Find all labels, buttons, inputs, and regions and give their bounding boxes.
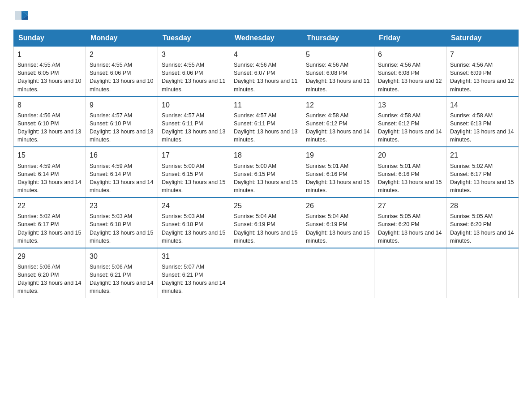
calendar-cell: 6Sunrise: 4:56 AMSunset: 6:08 PMDaylight… bbox=[374, 46, 446, 97]
calendar-week-row: 15Sunrise: 4:59 AMSunset: 6:14 PMDayligh… bbox=[14, 147, 519, 197]
day-info: Sunrise: 5:05 AMSunset: 6:20 PMDaylight:… bbox=[378, 212, 442, 245]
logo bbox=[13, 9, 30, 21]
calendar-cell: 12Sunrise: 4:58 AMSunset: 6:12 PMDayligh… bbox=[302, 97, 374, 147]
calendar-week-row: 1Sunrise: 4:55 AMSunset: 6:05 PMDaylight… bbox=[14, 46, 519, 97]
day-info: Sunrise: 4:58 AMSunset: 6:13 PMDaylight:… bbox=[450, 111, 515, 144]
calendar-cell bbox=[374, 248, 446, 298]
day-info: Sunrise: 4:56 AMSunset: 6:10 PMDaylight:… bbox=[17, 111, 82, 144]
day-number: 15 bbox=[17, 150, 82, 160]
day-number: 1 bbox=[17, 49, 82, 60]
column-header-thursday: Thursday bbox=[302, 30, 374, 46]
day-info: Sunrise: 5:04 AMSunset: 6:19 PMDaylight:… bbox=[306, 212, 370, 245]
logo-flag-icon bbox=[14, 9, 29, 21]
day-info: Sunrise: 5:00 AMSunset: 6:15 PMDaylight:… bbox=[162, 162, 226, 195]
calendar-cell: 3Sunrise: 4:55 AMSunset: 6:06 PMDaylight… bbox=[158, 46, 230, 97]
day-number: 19 bbox=[306, 150, 370, 160]
calendar-week-row: 22Sunrise: 5:02 AMSunset: 6:17 PMDayligh… bbox=[14, 197, 519, 248]
day-info: Sunrise: 5:06 AMSunset: 6:20 PMDaylight:… bbox=[17, 263, 82, 295]
calendar-cell: 8Sunrise: 4:56 AMSunset: 6:10 PMDaylight… bbox=[14, 97, 86, 147]
day-info: Sunrise: 4:58 AMSunset: 6:12 PMDaylight:… bbox=[306, 111, 370, 144]
day-number: 28 bbox=[450, 201, 515, 211]
calendar-cell: 18Sunrise: 5:00 AMSunset: 6:15 PMDayligh… bbox=[230, 147, 302, 197]
calendar-cell: 20Sunrise: 5:01 AMSunset: 6:16 PMDayligh… bbox=[374, 147, 446, 197]
day-number: 21 bbox=[450, 150, 515, 160]
day-info: Sunrise: 5:03 AMSunset: 6:18 PMDaylight:… bbox=[162, 212, 226, 245]
day-number: 18 bbox=[234, 150, 298, 160]
day-number: 2 bbox=[90, 49, 154, 60]
calendar-cell: 31Sunrise: 5:07 AMSunset: 6:21 PMDayligh… bbox=[158, 248, 230, 298]
day-info: Sunrise: 4:55 AMSunset: 6:06 PMDaylight:… bbox=[90, 61, 154, 94]
calendar-cell: 21Sunrise: 5:02 AMSunset: 6:17 PMDayligh… bbox=[446, 147, 519, 197]
page-header bbox=[13, 9, 519, 21]
day-info: Sunrise: 4:55 AMSunset: 6:05 PMDaylight:… bbox=[17, 61, 82, 94]
calendar-cell: 2Sunrise: 4:55 AMSunset: 6:06 PMDaylight… bbox=[86, 46, 158, 97]
calendar-cell: 26Sunrise: 5:04 AMSunset: 6:19 PMDayligh… bbox=[302, 197, 374, 248]
day-number: 25 bbox=[234, 201, 298, 211]
day-number: 20 bbox=[378, 150, 442, 160]
day-info: Sunrise: 4:56 AMSunset: 6:07 PMDaylight:… bbox=[234, 61, 298, 94]
day-number: 14 bbox=[450, 100, 515, 110]
calendar-cell: 14Sunrise: 4:58 AMSunset: 6:13 PMDayligh… bbox=[446, 97, 519, 147]
day-number: 5 bbox=[306, 49, 370, 60]
day-number: 3 bbox=[162, 49, 226, 60]
calendar-cell: 22Sunrise: 5:02 AMSunset: 6:17 PMDayligh… bbox=[14, 197, 86, 248]
day-info: Sunrise: 4:57 AMSunset: 6:11 PMDaylight:… bbox=[162, 111, 226, 144]
column-header-monday: Monday bbox=[86, 30, 158, 46]
day-info: Sunrise: 4:56 AMSunset: 6:09 PMDaylight:… bbox=[450, 61, 515, 94]
calendar-cell: 16Sunrise: 4:59 AMSunset: 6:14 PMDayligh… bbox=[86, 147, 158, 197]
column-header-friday: Friday bbox=[374, 30, 446, 46]
calendar-header-row: SundayMondayTuesdayWednesdayThursdayFrid… bbox=[14, 30, 519, 46]
calendar-cell: 28Sunrise: 5:05 AMSunset: 6:20 PMDayligh… bbox=[446, 197, 519, 248]
day-number: 23 bbox=[90, 201, 154, 211]
day-info: Sunrise: 5:01 AMSunset: 6:16 PMDaylight:… bbox=[378, 162, 442, 195]
calendar-cell: 15Sunrise: 4:59 AMSunset: 6:14 PMDayligh… bbox=[14, 147, 86, 197]
day-number: 10 bbox=[162, 100, 226, 110]
calendar-cell: 19Sunrise: 5:01 AMSunset: 6:16 PMDayligh… bbox=[302, 147, 374, 197]
svg-marker-2 bbox=[15, 11, 21, 20]
day-number: 12 bbox=[306, 100, 370, 110]
day-number: 24 bbox=[162, 201, 226, 211]
day-info: Sunrise: 4:55 AMSunset: 6:06 PMDaylight:… bbox=[162, 61, 226, 94]
day-number: 4 bbox=[234, 49, 298, 60]
day-info: Sunrise: 5:00 AMSunset: 6:15 PMDaylight:… bbox=[234, 162, 298, 195]
calendar-cell: 17Sunrise: 5:00 AMSunset: 6:15 PMDayligh… bbox=[158, 147, 230, 197]
day-number: 16 bbox=[90, 150, 154, 160]
day-number: 8 bbox=[17, 100, 82, 110]
day-info: Sunrise: 5:01 AMSunset: 6:16 PMDaylight:… bbox=[306, 162, 370, 195]
day-info: Sunrise: 5:06 AMSunset: 6:21 PMDaylight:… bbox=[90, 263, 154, 295]
calendar-cell bbox=[230, 248, 302, 298]
day-info: Sunrise: 4:58 AMSunset: 6:12 PMDaylight:… bbox=[378, 111, 442, 144]
calendar-cell: 5Sunrise: 4:56 AMSunset: 6:08 PMDaylight… bbox=[302, 46, 374, 97]
day-number: 30 bbox=[90, 251, 154, 261]
day-number: 7 bbox=[450, 49, 515, 60]
calendar-cell: 29Sunrise: 5:06 AMSunset: 6:20 PMDayligh… bbox=[14, 248, 86, 298]
calendar-table: SundayMondayTuesdayWednesdayThursdayFrid… bbox=[13, 30, 519, 298]
day-number: 22 bbox=[17, 201, 82, 211]
day-number: 17 bbox=[162, 150, 226, 160]
calendar-cell: 10Sunrise: 4:57 AMSunset: 6:11 PMDayligh… bbox=[158, 97, 230, 147]
day-info: Sunrise: 5:04 AMSunset: 6:19 PMDaylight:… bbox=[234, 212, 298, 245]
logo-area bbox=[13, 9, 30, 21]
day-info: Sunrise: 4:56 AMSunset: 6:08 PMDaylight:… bbox=[306, 61, 370, 94]
calendar-cell: 1Sunrise: 4:55 AMSunset: 6:05 PMDaylight… bbox=[14, 46, 86, 97]
day-info: Sunrise: 4:56 AMSunset: 6:08 PMDaylight:… bbox=[378, 61, 442, 94]
calendar-cell: 4Sunrise: 4:56 AMSunset: 6:07 PMDaylight… bbox=[230, 46, 302, 97]
day-number: 27 bbox=[378, 201, 442, 211]
calendar-week-row: 8Sunrise: 4:56 AMSunset: 6:10 PMDaylight… bbox=[14, 97, 519, 147]
calendar-cell: 30Sunrise: 5:06 AMSunset: 6:21 PMDayligh… bbox=[86, 248, 158, 298]
column-header-sunday: Sunday bbox=[14, 30, 86, 46]
calendar-cell: 23Sunrise: 5:03 AMSunset: 6:18 PMDayligh… bbox=[86, 197, 158, 248]
column-header-wednesday: Wednesday bbox=[230, 30, 302, 46]
day-info: Sunrise: 4:59 AMSunset: 6:14 PMDaylight:… bbox=[90, 162, 154, 195]
day-info: Sunrise: 5:03 AMSunset: 6:18 PMDaylight:… bbox=[90, 212, 154, 245]
day-number: 6 bbox=[378, 49, 442, 60]
day-number: 31 bbox=[162, 251, 226, 261]
calendar-cell: 7Sunrise: 4:56 AMSunset: 6:09 PMDaylight… bbox=[446, 46, 519, 97]
calendar-cell: 9Sunrise: 4:57 AMSunset: 6:10 PMDaylight… bbox=[86, 97, 158, 147]
day-number: 9 bbox=[90, 100, 154, 110]
calendar-cell: 13Sunrise: 4:58 AMSunset: 6:12 PMDayligh… bbox=[374, 97, 446, 147]
calendar-cell: 27Sunrise: 5:05 AMSunset: 6:20 PMDayligh… bbox=[374, 197, 446, 248]
day-number: 26 bbox=[306, 201, 370, 211]
column-header-saturday: Saturday bbox=[446, 30, 519, 46]
day-number: 13 bbox=[378, 100, 442, 110]
